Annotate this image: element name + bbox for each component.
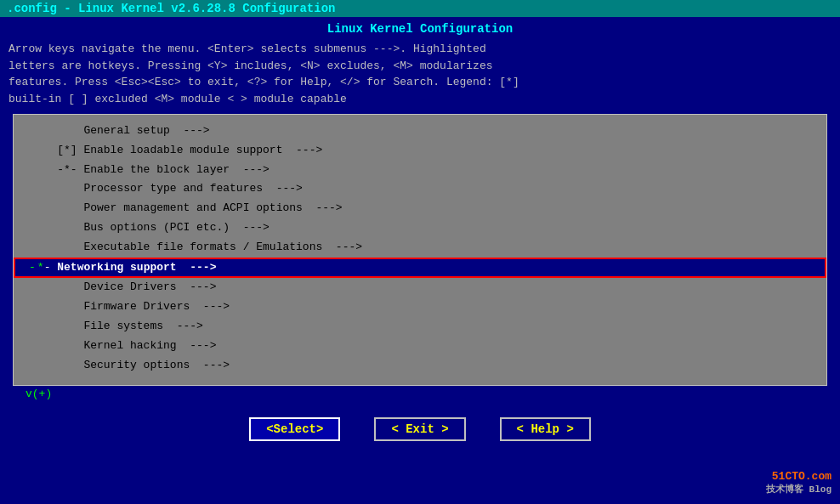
menu-item: Firmware Drivers ---> [14, 297, 826, 317]
instruction-line-2: letters are hotkeys. Pressing <Y> includ… [9, 58, 831, 75]
menu-item: File systems ---> [14, 317, 826, 337]
menu-item: -*- Enable the block layer ---> [14, 161, 826, 180]
bottom-button-2[interactable]: < Help > [500, 417, 591, 441]
title-text: .config - Linux Kernel v2.6.28.8 Configu… [7, 2, 335, 15]
menu-box: General setup ---> [*] Enable loadable m… [13, 114, 827, 386]
highlighted-marker-green: * [37, 259, 44, 277]
menu-item: Executable file formats / Emulations ---… [14, 238, 826, 258]
menu-item: Processor type and features ---> [14, 179, 826, 199]
menu-item: Device Drivers ---> [14, 278, 826, 297]
menu-item: Security options ---> [14, 356, 826, 376]
highlighted-marker-end: - [44, 259, 58, 277]
menu-item: Power management and ACPI options ---> [14, 199, 826, 218]
footer-status: v(+) [9, 386, 831, 402]
watermark-top: 51CTO.com [766, 470, 831, 483]
title-bar: .config - Linux Kernel v2.6.28.8 Configu… [0, 0, 840, 17]
menu-item: [*] Enable loadable module support ---> [14, 141, 826, 161]
watermark-bottom: 技术博客 Blog [766, 483, 831, 496]
menu-item: General setup ---> [14, 122, 826, 141]
highlighted-marker: - [29, 259, 36, 277]
header-box: Linux Kernel Configuration [9, 22, 831, 36]
instruction-line-1: Arrow keys navigate the menu. <Enter> se… [9, 41, 831, 58]
bottom-button-1[interactable]: < Exit > [374, 417, 465, 441]
footer-text: v(+) [26, 388, 52, 400]
highlighted-label: Networking support ---> [57, 259, 216, 277]
menu-item: Kernel hacking ---> [14, 337, 826, 356]
menu-item[interactable]: -*- Networking support ---> [14, 258, 826, 279]
main-container: Linux Kernel Configuration Arrow keys na… [0, 17, 840, 455]
instructions-area: Arrow keys navigate the menu. <Enter> se… [9, 41, 831, 107]
instruction-line-4: built-in [ ] excluded <M> module < > mod… [9, 91, 831, 108]
instruction-line-3: features. Press <Esc><Esc> to exit, <?> … [9, 74, 831, 91]
header-title: Linux Kernel Configuration [327, 22, 513, 36]
bottom-bar: <Select>< Exit >< Help > [9, 409, 831, 450]
menu-item: Bus options (PCI etc.) ---> [14, 218, 826, 238]
watermark: 51CTO.com 技术博客 Blog [766, 470, 831, 496]
bottom-button-0[interactable]: <Select> [249, 417, 340, 441]
